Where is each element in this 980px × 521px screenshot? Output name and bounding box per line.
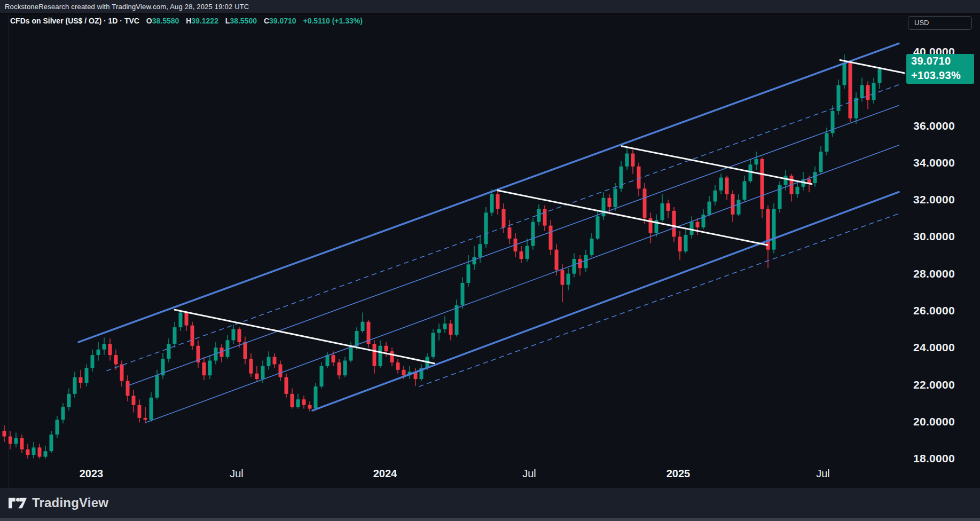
badge-last-price: 39.0710 xyxy=(911,54,974,68)
price-tick-label: 18.0000 xyxy=(913,452,977,465)
time-tick-label: 2025 xyxy=(654,468,702,480)
badge-change-percent: +103.93% xyxy=(911,68,974,82)
tradingview-brand[interactable]: TradingView xyxy=(9,495,108,510)
price-chart-canvas[interactable] xyxy=(0,0,980,521)
trendline-channel-lower-dashed[interactable] xyxy=(419,214,899,386)
trendline-resistance-2023[interactable] xyxy=(175,310,434,363)
price-tick-label: 24.0000 xyxy=(913,341,977,354)
price-tick-label: 28.0000 xyxy=(913,267,977,280)
tradingview-brand-text: TradingView xyxy=(32,495,108,510)
trendline-channel-mid-thin[interactable] xyxy=(146,145,899,423)
close-label: C xyxy=(264,17,269,25)
change-value: +0.5110 (+1.33%) xyxy=(303,17,363,25)
bottom-strip xyxy=(0,518,980,521)
time-tick-label: 2023 xyxy=(67,468,115,480)
tradingview-chart-window: RockstoneResearch created with TradingVi… xyxy=(0,0,980,521)
time-tick-label: Jul xyxy=(505,468,553,480)
price-tick-label: 34.0000 xyxy=(913,156,977,169)
open-label: O xyxy=(146,17,152,25)
trendline-channel-top-solid[interactable] xyxy=(79,43,899,342)
trendline-channel-upper-thin[interactable] xyxy=(128,105,899,385)
footer-bar: TradingView xyxy=(0,488,980,518)
tradingview-logo-icon xyxy=(9,496,27,510)
trendline-channel-upper-dashed[interactable] xyxy=(107,85,899,371)
candles-layer xyxy=(3,54,882,459)
close-value: 39.0710 xyxy=(269,17,296,25)
time-tick-label: Jul xyxy=(799,468,847,480)
price-tick-label: 22.0000 xyxy=(913,378,977,391)
price-tick-label: 32.0000 xyxy=(913,193,977,206)
trendline-resistance-2024b[interactable] xyxy=(622,146,812,184)
high-value: 39.1222 xyxy=(191,17,218,25)
open-value: 38.5580 xyxy=(152,17,179,25)
price-tick-label: 36.0000 xyxy=(913,120,977,132)
last-price-badge: 39.0710 +103.93% xyxy=(906,54,974,84)
time-tick-label: Jul xyxy=(213,468,261,480)
price-tick-label: 26.0000 xyxy=(913,304,977,317)
pane-left-border xyxy=(8,14,9,488)
symbol-title: CFDs on Silver (US$ / OZ) · 1D · TVC xyxy=(10,17,139,25)
low-value: 38.5500 xyxy=(230,17,257,25)
symbol-legend: CFDs on Silver (US$ / OZ) · 1D · TVC O38… xyxy=(10,17,363,25)
time-tick-label: 2024 xyxy=(361,468,409,480)
price-tick-label: 30.0000 xyxy=(913,230,977,243)
currency-selector-button[interactable]: USD xyxy=(908,16,972,30)
high-label: H xyxy=(186,17,191,25)
price-tick-label: 20.0000 xyxy=(913,415,977,428)
